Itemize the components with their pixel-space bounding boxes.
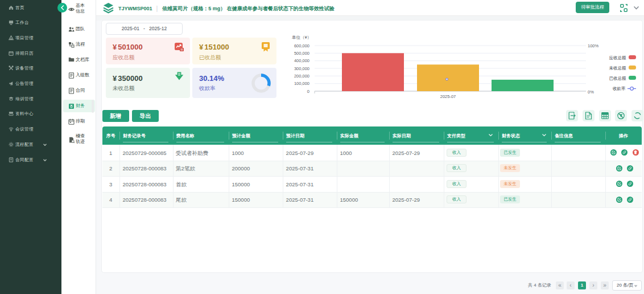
svg-text:0%: 0% bbox=[588, 89, 594, 95]
svg-text:100%: 100% bbox=[588, 43, 599, 48]
svg-text:2025-07: 2025-07 bbox=[440, 94, 456, 99]
svg-text:600,000: 600,000 bbox=[294, 43, 309, 48]
svg-text:0: 0 bbox=[307, 89, 309, 94]
svg-text:单位（¥）: 单位（¥） bbox=[292, 35, 311, 40]
svg-text:500,000: 500,000 bbox=[294, 51, 309, 56]
svg-text:200,000: 200,000 bbox=[294, 74, 309, 79]
svg-text:300,000: 300,000 bbox=[294, 66, 309, 71]
svg-text:400,000: 400,000 bbox=[294, 58, 309, 63]
svg-text:100,000: 100,000 bbox=[294, 81, 309, 86]
